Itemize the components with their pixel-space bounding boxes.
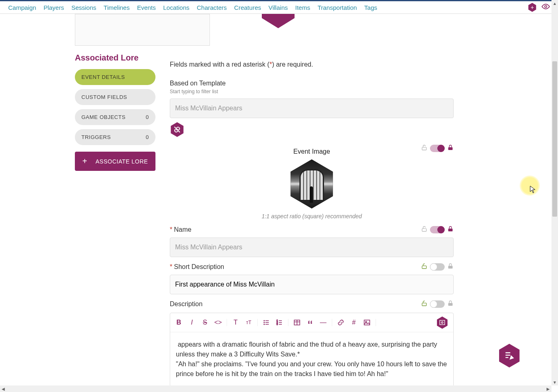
plus-icon: + <box>82 157 87 166</box>
svg-text:3: 3 <box>277 323 278 325</box>
svg-rect-7 <box>448 266 453 269</box>
topbar-actions: + <box>528 2 550 13</box>
svg-rect-4 <box>422 229 427 232</box>
svg-rect-6 <box>422 266 427 269</box>
editor-insert-button[interactable] <box>436 316 448 329</box>
sidebar: Associated Lore Event Details Custom Fie… <box>0 14 162 392</box>
cursor-highlight <box>520 175 540 196</box>
event-image-caption: 1:1 aspect ratio (square) recommended <box>170 213 454 220</box>
tab-label: Game Objects <box>81 114 126 120</box>
textsize-icon[interactable]: T <box>232 319 239 326</box>
unlock-icon <box>421 300 428 308</box>
template-hint: Start typing to filter list <box>170 89 550 94</box>
tab-label: Event Details <box>81 74 125 80</box>
svg-point-0 <box>545 5 547 7</box>
strike-icon[interactable]: S <box>201 319 209 326</box>
scroll-left-icon[interactable]: ◀ <box>0 385 7 392</box>
nav-items[interactable]: Items <box>295 4 310 11</box>
nav-players[interactable]: Players <box>43 4 64 11</box>
quote-icon[interactable] <box>306 319 314 326</box>
main-form: Fields marked with a red asterisk (*) ar… <box>162 14 558 392</box>
nav-links: Campaign Players Sessions Timelines Even… <box>8 4 377 11</box>
code-icon[interactable]: <> <box>214 319 222 326</box>
svg-rect-8 <box>422 303 427 306</box>
nav-timelines[interactable]: Timelines <box>104 4 130 11</box>
tab-custom-fields[interactable]: Custom Fields <box>75 89 155 105</box>
scroll-right-icon[interactable]: ▶ <box>545 385 551 392</box>
template-input[interactable] <box>170 99 454 118</box>
ol-icon[interactable]: 123 <box>276 319 283 326</box>
svg-rect-2 <box>422 147 427 150</box>
tab-label: Triggers <box>81 134 111 140</box>
nav-tags[interactable]: Tags <box>364 4 377 11</box>
svg-rect-9 <box>448 303 453 306</box>
event-image-label: Event Image <box>170 148 454 155</box>
editor-toolbar: B I S <> T тT 123 — <box>170 313 453 332</box>
vertical-scrollbar[interactable]: ▲ ▼ <box>551 0 558 385</box>
svg-rect-3 <box>448 147 453 150</box>
add-button[interactable]: + <box>528 3 537 12</box>
header-hexagon <box>262 14 295 28</box>
description-editor: B I S <> T тT 123 — <box>170 313 454 387</box>
link-icon[interactable] <box>337 319 344 326</box>
tab-count: 0 <box>146 114 149 120</box>
scroll-down-icon[interactable]: ▼ <box>551 379 558 385</box>
nav-locations[interactable]: Locations <box>163 4 189 11</box>
short-desc-lock-row <box>421 263 454 271</box>
short-desc-input[interactable] <box>170 275 454 294</box>
short-desc-lock-toggle[interactable] <box>430 263 445 271</box>
lock-icon <box>447 263 454 271</box>
nav-events[interactable]: Events <box>137 4 156 11</box>
nav-characters[interactable]: Characters <box>197 4 227 11</box>
svg-point-15 <box>264 324 265 325</box>
unlink-button[interactable] <box>170 122 184 137</box>
image-lock-toggle[interactable] <box>430 145 445 152</box>
template-label: Based on Template <box>170 80 550 87</box>
tab-label: Custom Fields <box>81 94 127 100</box>
unlock-icon <box>421 144 428 152</box>
lock-icon <box>447 226 454 233</box>
table-icon[interactable] <box>293 319 301 326</box>
image-icon[interactable] <box>363 319 371 326</box>
desc-label: Description <box>170 300 202 308</box>
nav-villains[interactable]: Villains <box>268 4 288 11</box>
unlock-icon <box>421 263 428 271</box>
nav-campaign[interactable]: Campaign <box>8 4 36 11</box>
scroll-thumb[interactable] <box>552 61 557 217</box>
svg-rect-25 <box>364 320 370 325</box>
sidebar-title: Associated Lore <box>75 53 155 63</box>
bold-icon[interactable]: B <box>175 319 182 326</box>
nav-sessions[interactable]: Sessions <box>71 4 96 11</box>
tab-game-objects[interactable]: Game Objects 0 <box>75 109 155 125</box>
desc-lock-row <box>421 300 454 308</box>
hash-icon[interactable]: # <box>350 319 358 326</box>
textsize2-icon[interactable]: тT <box>245 319 252 326</box>
event-image-block: Event Image 1:1 aspect ratio (square) re… <box>170 148 454 220</box>
svg-point-28 <box>441 322 443 323</box>
nav-transportation[interactable]: Transportation <box>317 4 357 11</box>
associate-lore-label: Associate Lore <box>96 158 148 165</box>
svg-point-13 <box>264 320 265 321</box>
required-hint: Fields marked with a red asterisk (*) ar… <box>170 61 550 68</box>
scroll-up-icon[interactable]: ▲ <box>551 0 558 7</box>
top-nav-bar: Campaign Players Sessions Timelines Even… <box>0 0 558 14</box>
svg-rect-27 <box>440 320 445 325</box>
associate-lore-button[interactable]: + Associate Lore <box>75 152 155 171</box>
italic-icon[interactable]: I <box>188 319 196 326</box>
horizontal-scrollbar[interactable]: ◀ ▶ <box>0 385 551 392</box>
description-textarea[interactable]: appears with a dramatic flourish of fabr… <box>170 332 453 386</box>
view-icon[interactable] <box>542 2 550 13</box>
hr-icon[interactable]: — <box>320 319 327 326</box>
name-lock-toggle[interactable] <box>430 226 445 233</box>
ul-icon[interactable] <box>263 319 270 326</box>
name-label: *Name <box>170 226 191 233</box>
tab-event-details[interactable]: Event Details <box>75 69 155 85</box>
name-input[interactable] <box>170 237 454 257</box>
nav-creatures[interactable]: Creatures <box>234 4 261 11</box>
short-desc-label: *Short Description <box>170 263 224 271</box>
tab-triggers[interactable]: Triggers 0 <box>75 129 155 145</box>
event-image[interactable] <box>287 159 336 208</box>
tab-count: 0 <box>146 134 149 140</box>
desc-lock-toggle[interactable] <box>430 300 445 308</box>
cursor-icon <box>530 186 536 196</box>
